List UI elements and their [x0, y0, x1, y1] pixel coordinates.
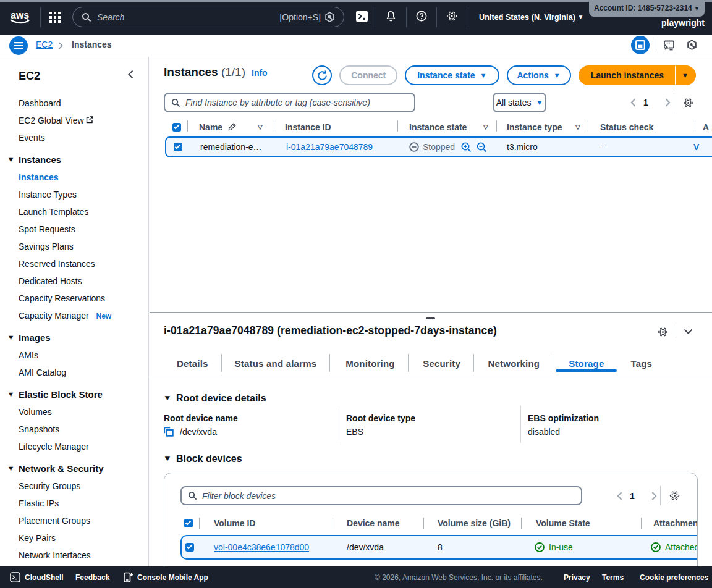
svg-text:aws: aws	[11, 10, 29, 20]
